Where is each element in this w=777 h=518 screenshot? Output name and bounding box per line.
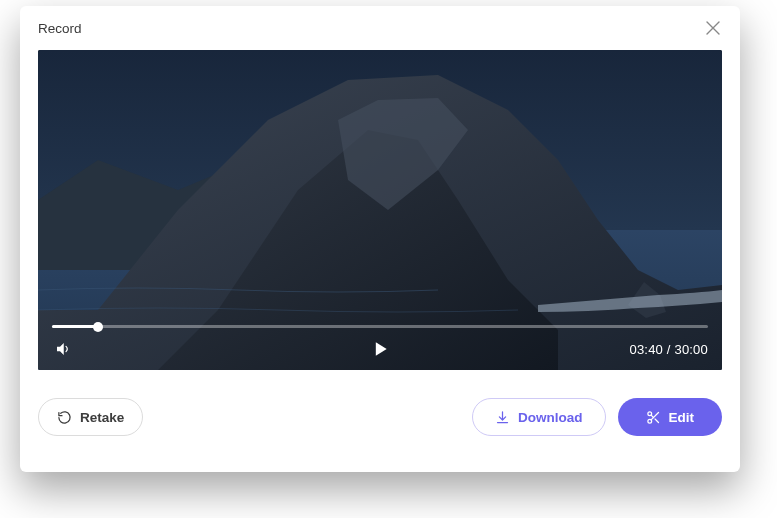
download-label: Download (518, 410, 583, 425)
svg-line-5 (655, 419, 658, 422)
time-separator: / (663, 342, 674, 357)
volume-button[interactable] (52, 338, 74, 360)
retake-label: Retake (80, 410, 124, 425)
video-preview[interactable]: 03:40 / 30:00 (38, 50, 722, 370)
player-controls: 03:40 / 30:00 (38, 313, 722, 370)
edit-button[interactable]: Edit (618, 398, 723, 436)
play-icon (370, 339, 390, 359)
svg-line-6 (651, 415, 653, 417)
edit-label: Edit (669, 410, 695, 425)
modal-header: Record (20, 6, 740, 50)
volume-icon (54, 340, 72, 358)
play-button[interactable] (367, 336, 393, 362)
retake-button[interactable]: Retake (38, 398, 143, 436)
download-button[interactable]: Download (472, 398, 606, 436)
modal-title: Record (38, 21, 82, 36)
time-display: 03:40 / 30:00 (629, 342, 708, 357)
right-actions: Download Edit (472, 398, 722, 436)
actions-row: Retake Download Edit (20, 398, 740, 454)
retake-icon (57, 410, 72, 425)
scissors-icon (646, 410, 661, 425)
close-icon (706, 21, 720, 35)
current-time: 03:40 (629, 342, 663, 357)
record-modal: Record (20, 6, 740, 472)
close-button[interactable] (704, 19, 722, 37)
progress-filled (52, 325, 98, 328)
total-time: 30:00 (674, 342, 708, 357)
download-icon (495, 410, 510, 425)
progress-bar[interactable] (52, 325, 708, 328)
progress-handle[interactable] (93, 322, 103, 332)
